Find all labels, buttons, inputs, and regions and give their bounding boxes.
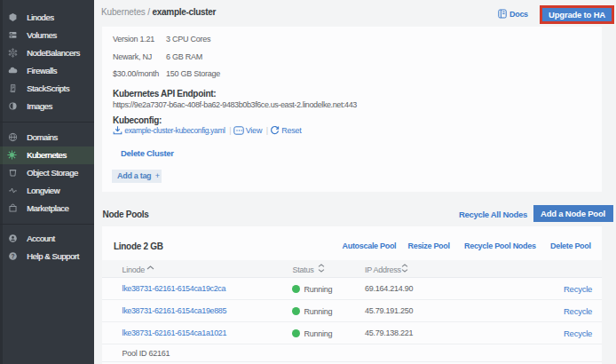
- svg-text:?: ?: [11, 253, 14, 259]
